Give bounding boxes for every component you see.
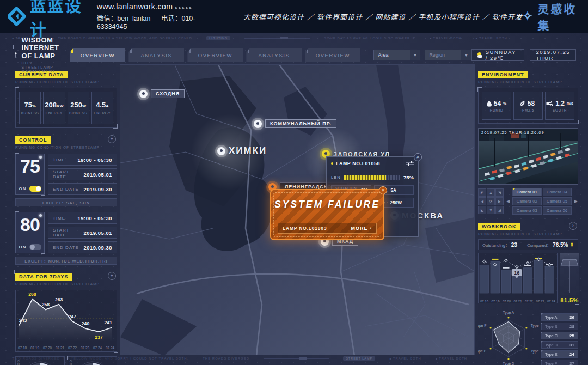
close-icon[interactable]: ✕ xyxy=(379,186,387,194)
x-tick: 07.23 xyxy=(536,300,544,303)
line-chart-canvas: 243268258263247240237241 xyxy=(16,291,117,346)
type-row-e[interactable]: Type E24 xyxy=(541,350,578,358)
start-date-row[interactable]: START DATE2019.05.01 xyxy=(48,227,117,239)
pan-up-button[interactable]: ▲ xyxy=(487,188,495,197)
environment-tiles: 54% HUMID 58 PM2.5 1.2 xyxy=(478,88,578,124)
camera-button-04[interactable]: Camera 04 xyxy=(543,188,572,196)
pan-down-button[interactable]: ▼ xyxy=(487,206,495,214)
tab-overview-3[interactable]: OVERVIEW xyxy=(305,48,360,62)
camera-prev-button[interactable]: ◀ xyxy=(506,199,510,204)
lamp-dot-icon xyxy=(39,156,42,159)
brightness-slider[interactable] xyxy=(344,175,400,180)
date-text: 2019.07.25 THUR xyxy=(536,49,570,61)
metric-tile-briness-pct: 75% BRINESS xyxy=(19,92,41,124)
lamp-pin-icon xyxy=(254,120,262,128)
section-subtitle: RUNNING CONDITION OF STREETLAMP xyxy=(15,282,117,286)
brightness-box: 75 ON xyxy=(15,154,45,195)
tab-analysis-2[interactable]: ANALYSIS xyxy=(246,48,302,62)
services-list: 大数据可视化设计 ／ 软件界面设计 ／ 网站建设 ／ 手机及小程序设计 ／ 软件… xyxy=(243,11,523,22)
except-days-bar[interactable]: EXCEPT：SAT、SUN xyxy=(15,198,117,206)
map-pin-khimki[interactable]: ХИМКИ xyxy=(217,145,267,156)
expand-chart-button[interactable]: + xyxy=(108,272,116,280)
svg-text:268: 268 xyxy=(28,291,36,297)
lamp-dot-icon xyxy=(39,214,42,217)
end-date-row[interactable]: END DATE2019.09.30 xyxy=(48,241,117,253)
logo[interactable]: 蓝蓝设计 xyxy=(0,0,87,40)
wechat-id: 微信：ben_lanlan xyxy=(97,15,151,22)
pan-up-right-button[interactable]: ◥ xyxy=(495,188,504,197)
type-row-a[interactable]: Type A36 xyxy=(541,313,578,321)
svg-text:Type B: Type B xyxy=(531,324,539,328)
comparison-gauge-1: COMPARISON FOR 50% xyxy=(15,356,65,365)
more-button[interactable]: MORE › xyxy=(351,226,372,231)
sliders-icon[interactable] xyxy=(406,161,414,166)
camera-button-03[interactable]: Camera 03 xyxy=(512,206,541,215)
camera-button-02[interactable]: Camera 02 xyxy=(512,197,541,205)
tab-overview-1[interactable]: OVERVIEW xyxy=(70,48,125,62)
end-date-row[interactable]: END DATE2019.09.30 xyxy=(48,183,117,195)
alert-title: SYSTEM FAILURE xyxy=(271,199,383,210)
time-row[interactable]: TIME19:00 - 05:30 xyxy=(48,212,117,224)
type-row-b[interactable]: Type B28 xyxy=(541,323,578,330)
prism-gauge-icon xyxy=(560,253,579,295)
svg-text:243: 243 xyxy=(19,318,27,323)
x-tick: 07.23 xyxy=(81,346,89,350)
lanlan-logo-icon xyxy=(8,5,26,27)
camera-button-06[interactable]: Camera 06 xyxy=(543,206,572,215)
map-pin-shodnya[interactable]: СХОДНЯ xyxy=(139,89,185,98)
chevron-down-icon: ▼ xyxy=(461,50,471,60)
pan-down-right-button[interactable]: ◢ xyxy=(495,206,504,214)
pan-up-left-button[interactable]: ◤ xyxy=(478,188,486,197)
refresh-button[interactable]: ⟳ xyxy=(487,197,495,205)
section-title-chip: ENVIRONMENT xyxy=(478,71,528,78)
pan-down-left-button[interactable]: ◣ xyxy=(478,206,486,214)
camera-section: 2019.07.25 THUR 18:26:09 xyxy=(478,128,578,215)
type-row-f[interactable]: Type F37 xyxy=(541,360,578,365)
section-subtitle: RUNNING CONDITION OF STREETLAMP xyxy=(478,232,578,236)
x-tick: 07.21 xyxy=(56,346,64,350)
popup-lamp-id: LAMP NO.L01058 xyxy=(336,161,380,166)
city-map[interactable]: СХОДНЯ КОММУНАЛЬНЫЙ ПР. ХИМКИ ЗАВОДСКАЯ … xyxy=(120,64,475,355)
tab-analysis-1[interactable]: ANALYSIS xyxy=(128,48,184,62)
camera-button-01[interactable]: Camera 01 xyxy=(512,188,541,196)
area-select[interactable]: Area ▼ xyxy=(373,50,420,60)
workbook-more-button[interactable]: › xyxy=(569,222,577,230)
pan-right-button[interactable]: ▶ xyxy=(495,197,504,205)
brightness-value: 75 xyxy=(20,155,40,178)
camera-next-button[interactable]: ▶ xyxy=(574,199,578,204)
x-tick: 07.20 xyxy=(43,346,52,350)
schedule-toggle[interactable] xyxy=(29,186,41,192)
except-days-bar[interactable]: EXCEPT：MON,TUE,WED,THUR,FRI xyxy=(15,257,117,265)
camera-view[interactable]: 2019.07.25 THUR 18:26:09 xyxy=(478,128,578,185)
x-tick: 07.22 xyxy=(525,300,533,303)
camera-button-05[interactable]: Camera 05 xyxy=(543,197,572,205)
schedule-toggle[interactable] xyxy=(29,244,41,250)
workbook-bar-chart: 16 07.1807.1907.2007.2107.2207.2307.24 xyxy=(478,253,558,303)
control-section: CONTROL RUNNING CONDITION OF STREETLAMP … xyxy=(15,134,117,265)
camera-timestamp: 2019.07.25 THUR 18:26:09 xyxy=(481,130,544,135)
streetlamp-icon xyxy=(14,47,17,63)
bar-chart-canvas: 16 xyxy=(479,254,556,299)
type-row-c[interactable]: Type C25 xyxy=(541,332,578,339)
dashboard: TRAVEL BOTH THE ROADS DIVERGED IN A YELL… xyxy=(0,33,588,365)
pan-left-button[interactable]: ◀ xyxy=(478,197,486,205)
screen: 蓝蓝设计 www.lanlanwork.com ▸▸▸▸▸ 微信：ben_lan… xyxy=(0,0,588,365)
tab-overview-2[interactable]: OVERVIEW xyxy=(187,48,243,62)
website-link[interactable]: www.lanlanwork.com xyxy=(97,2,173,11)
pm25-tile: 58 PM2.5 xyxy=(513,92,543,120)
close-icon[interactable]: ✕ xyxy=(414,153,422,161)
logo-text: 蓝蓝设计 xyxy=(30,0,87,40)
weather-text: SUNNDAY / 29℃ xyxy=(486,49,519,61)
time-row[interactable]: TIME19:00 - 05:30 xyxy=(48,154,117,166)
add-schedule-button[interactable]: + xyxy=(108,135,116,143)
map-pin-kommunalny[interactable]: КОММУНАЛЬНЫЙ ПР. xyxy=(254,119,336,128)
start-date-row[interactable]: START DATE2019.05.01 xyxy=(48,168,117,180)
inspiration-collect[interactable]: ✧ 灵感收集 xyxy=(523,0,578,33)
schedule-block: 75 ON TIME19:00 - 05:30 START DATE2019.0… xyxy=(15,154,117,195)
workbook-stats: Outstanding：23 Compared：76.5% ⬆ xyxy=(478,239,578,250)
decor-strip-top: TRAVEL BOTH THE ROADS DIVERGED IN A YELL… xyxy=(12,36,576,40)
up-arrow-icon: ⬆ xyxy=(569,242,574,247)
type-row-d[interactable]: Type D31 xyxy=(541,341,578,349)
gauge-ring xyxy=(72,358,113,365)
region-select[interactable]: Region ▼ xyxy=(425,50,471,60)
